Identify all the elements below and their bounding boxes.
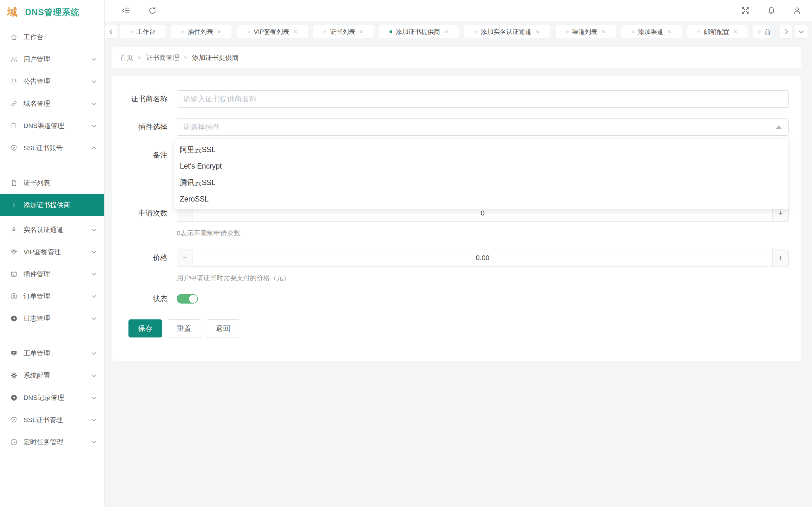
sidebar-item-realname-auth-channel[interactable]: 实名认证通道 [0, 219, 104, 241]
close-icon[interactable]: × [536, 29, 540, 36]
shield-check-icon [10, 144, 18, 152]
plugin-select[interactable] [177, 118, 789, 135]
close-icon[interactable]: × [733, 29, 738, 36]
reset-button[interactable]: 重置 [167, 320, 201, 337]
sidebar-item-user-management[interactable]: 用户管理 [0, 48, 104, 70]
chevron-down-icon [92, 373, 96, 377]
shield-check-icon [10, 416, 18, 424]
apply-count-label: 申请次数 [112, 205, 167, 222]
provider-name-field[interactable] [177, 90, 789, 108]
sidebar-item-vip-package-management[interactable]: VIP套餐管理 [0, 241, 104, 263]
sidebar-item-dns-record-management[interactable]: DNS记录管理 [0, 387, 104, 409]
chevron-down-icon [92, 439, 96, 444]
chevron-up-icon [92, 147, 96, 151]
sidebar-item-announcement-management[interactable]: 公告管理 [0, 70, 104, 93]
sidebar-item-ssl-cert-management[interactable]: SSL证书管理 [0, 409, 104, 431]
breadcrumb-separator: > [184, 54, 188, 61]
tab-add-cert-provider[interactable]: 添加证书提供商 × [379, 25, 459, 38]
chevron-down-icon [92, 56, 96, 61]
tab-strip: 工作台 插件列表 × VIP套餐列表 × 证书列表 × [105, 21, 812, 43]
tabs-scroll-left-button[interactable] [105, 25, 117, 38]
tab-email-config[interactable]: 邮箱配置 × [687, 25, 748, 38]
refresh-icon[interactable] [148, 6, 157, 15]
sidebar-item-log-management[interactable]: 日志管理 [0, 307, 104, 330]
plugin-option-aliyun-ssl[interactable]: 阿里云SSL [174, 141, 788, 158]
book-icon [10, 122, 18, 130]
tab-channel-list[interactable]: 渠道列表 × [556, 25, 616, 38]
sidebar-item-plugin-management[interactable]: 插件管理 [0, 263, 104, 285]
breadcrumb-current: 添加证书提供商 [192, 53, 239, 62]
plugin-select-row: 插件选择 [112, 118, 789, 135]
chevron-down-icon [92, 249, 96, 253]
price-stepper: − 0.00 + [177, 249, 789, 267]
sidebar-item-add-cert-provider[interactable]: + 添加证书提供商 [0, 194, 104, 216]
tab-add-realname-channel[interactable]: 添加实名认证通道 × [464, 25, 550, 38]
price-value[interactable]: 0.00 [476, 254, 490, 262]
status-toggle[interactable] [177, 294, 198, 303]
sidebar-item-ticket-management[interactable]: 工单管理 [0, 342, 104, 364]
tab-add-channel[interactable]: 添加渠道 × [621, 25, 681, 38]
save-button[interactable]: 保存 [129, 320, 162, 337]
sidebar-item-order-management[interactable]: 订单管理 [0, 285, 104, 307]
sidebar-nav: 工作台 用户管理 公告管理 域名管理 DNS渠道管理 [0, 25, 104, 453]
add-cert-provider-form-card: 证书商名称 插件选择 备注 [112, 76, 801, 361]
tab-vip-package-list[interactable]: VIP套餐列表 × [237, 25, 308, 38]
plugin-dropdown: 阿里云SSL Let's Encrypt 腾讯云SSL ZeroSSL [174, 138, 789, 209]
user-icon[interactable] [792, 6, 802, 15]
tab-dot [631, 31, 635, 33]
close-icon[interactable]: × [667, 29, 671, 36]
close-icon[interactable]: × [444, 29, 449, 36]
sidebar-item-domain-management[interactable]: 域名管理 [0, 93, 104, 115]
plugin-option-lets-encrypt[interactable]: Let's Encrypt [174, 158, 788, 174]
nav-spacer [0, 216, 104, 219]
chevron-down-icon [92, 227, 96, 231]
document-icon [10, 179, 18, 187]
tab-dot [698, 31, 700, 33]
top-header [105, 0, 812, 21]
sidebar: 域 DNS管理系统 工作台 用户管理 公告管理 域名管理 [0, 0, 105, 507]
tab-dot [323, 31, 326, 33]
sidebar-item-system-config[interactable]: 系统配置 [0, 364, 104, 387]
close-icon[interactable]: × [217, 29, 221, 36]
tab-dot [130, 31, 133, 33]
tab-workbench[interactable]: 工作台 [120, 25, 165, 38]
decrement-button[interactable]: − [177, 249, 193, 266]
breadcrumb-cert-provider-management[interactable]: 证书商管理 [146, 53, 179, 62]
chevron-right-icon [783, 30, 788, 35]
close-icon[interactable]: × [602, 29, 606, 36]
sidebar-item-dns-channel-management[interactable]: DNS渠道管理 [0, 115, 104, 137]
collapse-sidebar-icon[interactable] [121, 6, 131, 15]
tabs-menu-button[interactable] [795, 25, 808, 38]
compass-icon [10, 314, 18, 323]
apply-count-value[interactable]: 0 [480, 209, 484, 217]
bell-icon [10, 77, 18, 86]
back-button[interactable]: 返回 [206, 320, 240, 337]
close-icon[interactable]: × [293, 29, 298, 36]
sidebar-item-scheduled-task-management[interactable]: 定时任务管理 [0, 431, 104, 453]
chevron-down-icon [92, 123, 96, 127]
tab-plugin-list[interactable]: 插件列表 × [171, 25, 232, 38]
tab-truncated[interactable]: 前 [753, 25, 770, 38]
sidebar-item-cert-list[interactable]: 证书列表 [0, 172, 104, 194]
tabs-scroll-right-button[interactable] [780, 25, 792, 38]
breadcrumb-separator: > [138, 54, 142, 61]
sidebar-item-workbench[interactable]: 工作台 [0, 26, 104, 48]
plus-icon: + [10, 201, 18, 209]
chevron-down-icon [92, 101, 96, 105]
close-icon[interactable]: × [359, 29, 363, 36]
fullscreen-icon[interactable] [741, 6, 750, 15]
plugin-option-zerossl[interactable]: ZeroSSL [174, 191, 788, 207]
nav-spacer [0, 159, 104, 172]
tab-cert-list[interactable]: 证书列表 × [313, 25, 374, 38]
provider-name-label: 证书商名称 [112, 90, 167, 108]
bell-icon[interactable] [767, 6, 776, 15]
board-icon [10, 270, 18, 278]
plugin-select-label: 插件选择 [112, 118, 167, 135]
chevron-down-icon [92, 78, 96, 83]
increment-button[interactable]: + [772, 249, 788, 266]
nav-spacer [0, 330, 104, 342]
breadcrumb-home[interactable]: 首页 [120, 53, 133, 62]
link-icon [10, 100, 18, 108]
plugin-option-tencent-ssl[interactable]: 腾讯云SSL [174, 174, 788, 191]
sidebar-item-ssl-cert-account[interactable]: SSL证书账号 [0, 137, 104, 159]
